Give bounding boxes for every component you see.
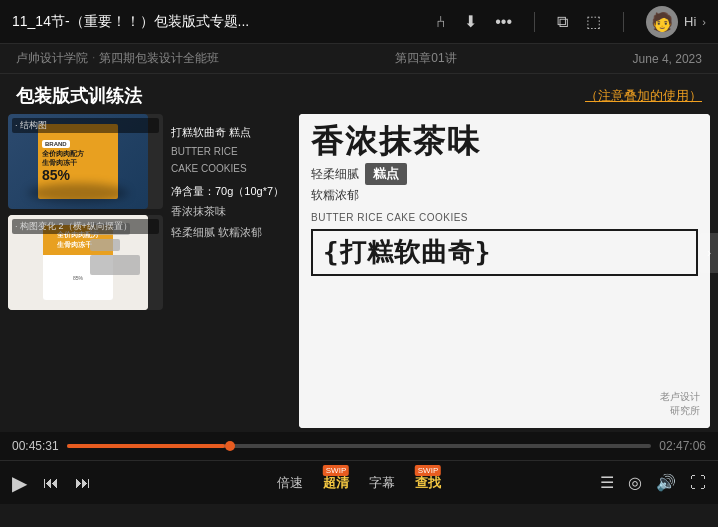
quality-swip-tag: SWIP (323, 465, 349, 476)
search-swip-tag: SWIP (415, 465, 441, 476)
watermark-line1: 老卢设计 (660, 390, 700, 404)
ctrl-right: ☰ ◎ 🔊 ⛶ (600, 473, 706, 492)
progress-track[interactable] (67, 444, 652, 448)
thumbnail-1[interactable]: BRAND 全价肉肉配方生骨肉冻干 85% · 结构图 (8, 114, 163, 209)
quality-control[interactable]: SWIP 超清 (323, 473, 349, 492)
thumb-label-1: · 结构图 (12, 118, 159, 133)
product-shadow (28, 183, 128, 203)
video-body: BRAND 全价肉肉配方生骨肉冻干 85% · 结构图 全价肉肉配方生骨肉冻干 (0, 114, 718, 432)
avatar: 🧑 (646, 6, 678, 38)
progress-fill (67, 444, 225, 448)
design-sub2: 软糯浓郁 (311, 187, 698, 204)
pip-icon[interactable]: ⧉ (557, 13, 568, 31)
mid-panel: 打糕软曲奇 糕点 BUTTER RICE CAKE COOKIES 净含量：70… (171, 114, 291, 428)
mid-line-4: 净含量：70g（10g*7） (171, 183, 291, 200)
watermark-line2: 研究所 (660, 404, 700, 418)
next-panel-arrow[interactable]: › (700, 233, 718, 273)
hi-label: Hi (684, 14, 696, 29)
quality-label: 超清 (323, 475, 349, 490)
prev-button[interactable]: ⏮ (43, 474, 59, 492)
content-header: 包装版式训练法 （注意叠加的使用） (0, 74, 718, 114)
breadcrumb-course: 第四期包装设计全能班 (99, 50, 219, 67)
top-bar: 11_14节-（重要！！）包装版式专题... ⑃ ⬇ ••• ⧉ ⬚ 🧑 Hi … (0, 0, 718, 44)
mid-line-3: CAKE COOKIES (171, 162, 291, 175)
volume-icon[interactable]: 🔊 (656, 473, 676, 492)
progress-dot (225, 441, 235, 451)
divider (534, 12, 535, 32)
video-title: 11_14节-（重要！！）包装版式专题... (12, 13, 416, 31)
speed-control[interactable]: 倍速 (277, 474, 303, 492)
search-control[interactable]: SWIP 查找 (415, 473, 441, 492)
right-panel: 香浓抹茶味 轻柔细腻 糕点 软糯浓郁 BUTTER RICE CAKE COOK… (299, 114, 710, 428)
brand-label: BRAND (42, 140, 70, 148)
mid-line-5: 香浓抹茶味 (171, 203, 291, 220)
list-icon[interactable]: ☰ (600, 473, 614, 492)
thumb-label-2: · 构图变化 2（横+纵向摆置） (12, 219, 159, 234)
breadcrumb-sep: · (92, 50, 95, 67)
target-icon[interactable]: ◎ (628, 473, 642, 492)
screen-icon[interactable]: ⬚ (586, 12, 601, 31)
subtitle-control[interactable]: 字幕 (369, 474, 395, 492)
breadcrumb-date: June 4, 2023 (633, 52, 702, 66)
breadcrumb-bar: 卢帅设计学院 · 第四期包装设计全能班 第四章01讲 June 4, 2023 (0, 44, 718, 74)
mid-line-6: 轻柔细腻 软糯浓郁 (171, 224, 291, 241)
design-en-label: BUTTER RICE CAKE COOKIES (311, 212, 698, 223)
design-badge: 糕点 (365, 163, 407, 185)
avatar-area[interactable]: 🧑 Hi › (646, 6, 706, 38)
play-button[interactable]: ▶ (12, 471, 27, 495)
chevron-icon: › (702, 16, 706, 28)
progress-area: 00:45:31 02:47:06 (0, 432, 718, 460)
gray-block-2 (90, 239, 120, 251)
percent-label: 85% (42, 167, 70, 183)
fullscreen-icon[interactable]: ⛶ (690, 474, 706, 492)
breadcrumb-school: 卢帅设计学院 (16, 50, 88, 67)
gray-block-3 (90, 255, 140, 275)
current-time: 00:45:31 (12, 439, 59, 453)
design-content: 香浓抹茶味 轻柔细腻 糕点 软糯浓郁 BUTTER RICE CAKE COOK… (299, 114, 710, 428)
bottom-controls: ▶ ⏮ ⏭ 倍速 SWIP 超清 字幕 SWIP 查找 ☰ ◎ 🔊 ⛶ (0, 460, 718, 504)
design-sub1: 轻柔细腻 (311, 166, 359, 183)
product-text: 全价肉肉配方生骨肉冻干 (42, 150, 84, 167)
content-overlay: 包装版式训练法 （注意叠加的使用） BRAND 全价肉肉配方生骨肉冻干 85% (0, 74, 718, 432)
ctrl-left: ▶ ⏮ ⏭ (12, 471, 91, 495)
share-icon[interactable]: ⑃ (436, 13, 446, 31)
total-time: 02:47:06 (659, 439, 706, 453)
mid-line-1: 打糕软曲奇 糕点 (171, 124, 291, 141)
top-bar-icons: ⑃ ⬇ ••• ⧉ ⬚ 🧑 Hi › (436, 6, 706, 38)
ctrl-center: 倍速 SWIP 超清 字幕 SWIP 查找 (277, 473, 441, 492)
design-bg: 香浓抹茶味 轻柔细腻 糕点 软糯浓郁 BUTTER RICE CAKE COOK… (299, 114, 710, 428)
mid-line-2: BUTTER RICE (171, 145, 291, 158)
breadcrumb-left: 卢帅设计学院 · 第四期包装设计全能班 (16, 50, 219, 67)
download-icon[interactable]: ⬇ (464, 12, 477, 31)
thumbnail-2[interactable]: 全价肉肉配方生骨肉冻干 85% · (8, 215, 163, 310)
design-title-cn: 香浓抹茶味 (311, 124, 698, 159)
design-watermark: 老卢设计 研究所 (660, 390, 700, 418)
breadcrumb-chapter: 第四章01讲 (395, 50, 456, 67)
design-main-title: {打糕软曲奇} (311, 229, 698, 276)
content-title: 包装版式训练法 (16, 84, 142, 108)
next-button[interactable]: ⏭ (75, 474, 91, 492)
more-icon[interactable]: ••• (495, 13, 512, 31)
search-label: 查找 (415, 475, 441, 490)
design-subtitle-row: 轻柔细腻 糕点 (311, 163, 698, 185)
left-panel: BRAND 全价肉肉配方生骨肉冻干 85% · 结构图 全价肉肉配方生骨肉冻干 (8, 114, 163, 428)
divider2 (623, 12, 624, 32)
video-area: 包装版式训练法 （注意叠加的使用） BRAND 全价肉肉配方生骨肉冻干 85% (0, 74, 718, 432)
note-link[interactable]: （注意叠加的使用） (585, 87, 702, 105)
